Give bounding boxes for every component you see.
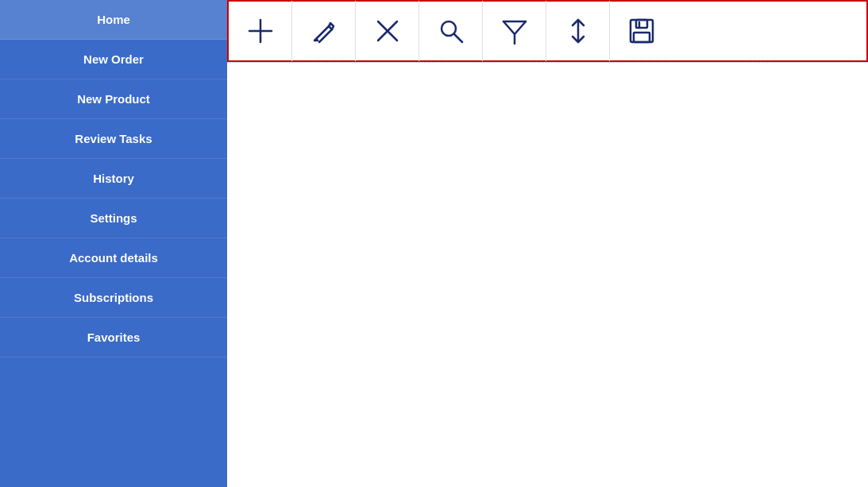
search-button[interactable] [419,1,483,61]
edit-icon [308,15,340,47]
search-icon [435,15,467,47]
sidebar-item-new-order[interactable]: New Order [0,40,227,79]
svg-rect-10 [634,33,650,42]
sidebar-item-home[interactable]: Home [0,0,227,40]
sidebar-item-subscriptions[interactable]: Subscriptions [0,278,227,318]
delete-icon [372,15,403,47]
sort-icon [562,15,594,47]
sort-button[interactable] [546,1,610,61]
save-icon [626,15,658,47]
save-button[interactable] [610,1,673,61]
svg-rect-9 [636,20,647,28]
sidebar-item-history[interactable]: History [0,159,227,199]
toolbar [227,0,868,62]
filter-button[interactable] [483,1,546,61]
plus-icon [245,15,276,47]
sidebar: Home New Order New Product Review Tasks … [0,0,227,487]
sidebar-item-new-product[interactable]: New Product [0,79,227,119]
svg-line-5 [454,34,462,42]
add-button[interactable] [229,1,292,61]
main-content [227,0,868,487]
sidebar-item-settings[interactable]: Settings [0,199,227,238]
content-area [227,62,868,487]
sidebar-item-account-details[interactable]: Account details [0,238,227,278]
edit-button[interactable] [292,1,356,61]
sidebar-item-review-tasks[interactable]: Review Tasks [0,119,227,159]
sidebar-item-favorites[interactable]: Favorites [0,318,227,358]
filter-icon [499,15,530,47]
delete-button[interactable] [356,1,419,61]
